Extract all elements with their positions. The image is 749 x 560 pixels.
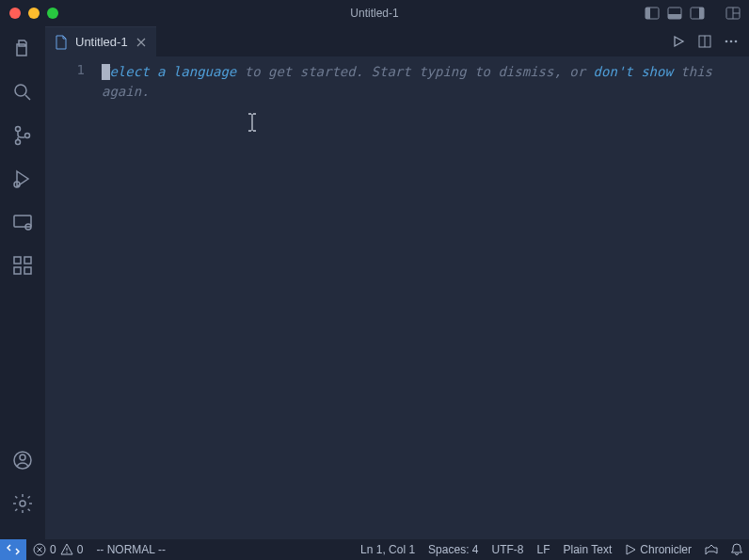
vim-mode-status: -- NORMAL -- xyxy=(89,543,172,556)
split-editor-icon[interactable] xyxy=(696,33,713,50)
explorer-icon[interactable] xyxy=(9,36,36,62)
feedback-icon[interactable] xyxy=(698,543,725,556)
bell-icon[interactable] xyxy=(725,543,749,556)
svg-point-26 xyxy=(725,40,728,43)
panel-right-icon[interactable] xyxy=(689,5,706,22)
record-icon xyxy=(625,544,636,555)
editor[interactable]: 1 Select a language to get started. Star… xyxy=(45,56,749,539)
panel-left-icon[interactable] xyxy=(644,5,661,22)
error-icon xyxy=(33,543,46,556)
text-cursor-icon xyxy=(247,113,258,132)
svg-rect-5 xyxy=(699,8,704,19)
cursor-position-status[interactable]: Ln 1, Col 1 xyxy=(354,543,422,556)
svg-line-10 xyxy=(25,95,30,100)
svg-rect-17 xyxy=(14,257,21,264)
window-title: Untitled-1 xyxy=(350,7,398,20)
close-icon[interactable] xyxy=(135,37,147,48)
svg-point-31 xyxy=(66,552,67,552)
chronicler-status[interactable]: Chronicler xyxy=(618,543,698,556)
svg-point-13 xyxy=(25,134,30,138)
run-debug-icon[interactable] xyxy=(9,166,36,192)
source-control-icon[interactable] xyxy=(9,122,36,149)
svg-rect-18 xyxy=(14,267,21,274)
search-icon[interactable] xyxy=(9,79,36,105)
gear-icon[interactable] xyxy=(9,490,36,517)
layout-icon[interactable] xyxy=(725,5,741,22)
svg-rect-19 xyxy=(24,267,31,274)
line-number: 1 xyxy=(45,62,85,77)
eol-status[interactable]: LF xyxy=(530,543,556,556)
tab-bar: Untitled-1 xyxy=(45,26,749,56)
language-mode-status[interactable]: Plain Text xyxy=(557,543,619,556)
indent-status[interactable]: Spaces: 4 xyxy=(422,543,485,556)
account-icon[interactable] xyxy=(9,447,36,473)
close-window[interactable] xyxy=(9,8,21,19)
problems-status[interactable]: 0 0 xyxy=(26,543,89,556)
tab-label: Untitled-1 xyxy=(75,35,128,49)
file-icon xyxy=(55,35,68,50)
remote-explorer-icon[interactable] xyxy=(9,209,36,235)
status-bar: 0 0 -- NORMAL -- Ln 1, Col 1 Spaces: 4 U… xyxy=(0,539,749,560)
svg-point-27 xyxy=(730,40,733,43)
more-icon[interactable] xyxy=(723,33,740,50)
svg-rect-15 xyxy=(14,216,31,227)
svg-rect-20 xyxy=(24,257,31,264)
warning-icon xyxy=(60,543,73,556)
select-language-link[interactable]: Select a language xyxy=(102,64,236,79)
encoding-status[interactable]: UTF-8 xyxy=(485,543,530,556)
svg-rect-3 xyxy=(668,14,681,19)
minimize-window[interactable] xyxy=(28,8,40,19)
activity-bar xyxy=(0,26,45,539)
svg-point-23 xyxy=(20,501,25,506)
remote-indicator[interactable] xyxy=(0,539,26,560)
run-icon[interactable] xyxy=(670,33,687,50)
svg-point-22 xyxy=(20,455,25,460)
cursor xyxy=(102,64,110,80)
editor-hint: Select a language to get started. Start … xyxy=(102,62,740,102)
svg-rect-1 xyxy=(645,8,650,19)
window-controls xyxy=(0,8,58,19)
svg-point-11 xyxy=(16,127,21,132)
maximize-window[interactable] xyxy=(47,8,58,19)
gutter: 1 xyxy=(45,56,102,539)
svg-point-12 xyxy=(16,140,21,145)
panel-bottom-icon[interactable] xyxy=(666,5,683,22)
extensions-icon[interactable] xyxy=(9,252,36,279)
dont-show-link[interactable]: don't show xyxy=(594,64,673,79)
svg-point-28 xyxy=(735,40,738,43)
svg-point-9 xyxy=(15,85,26,96)
titlebar: Untitled-1 xyxy=(0,0,749,26)
tab-untitled[interactable]: Untitled-1 xyxy=(45,26,156,56)
